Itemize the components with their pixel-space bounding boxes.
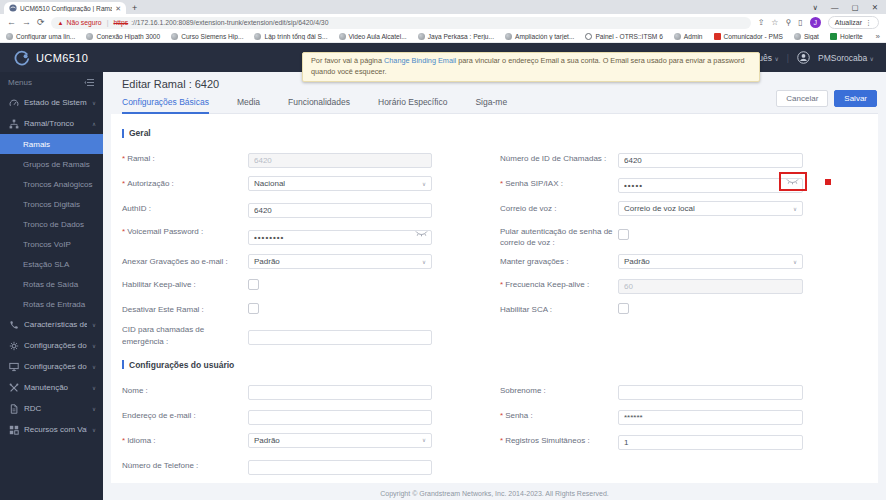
show-password-eye-icon[interactable] (415, 230, 428, 238)
sidebar-item-rdc[interactable]: RDC∨ (0, 398, 103, 419)
cid-emergencia-input[interactable] (248, 330, 432, 345)
bookmarks-overflow-icon[interactable]: » (876, 32, 880, 41)
bookmark-star-icon[interactable]: ☆ (771, 19, 778, 27)
sidebar-item-grupos-de-ramais[interactable]: Grupos de Ramais (0, 154, 103, 174)
field-label-pular-autenticacao: Pular autenticação de senha de correio d… (500, 224, 618, 248)
sidebar-item-rotas-de-entrada[interactable]: Rotas de Entrada (0, 294, 103, 314)
sidebar-item-configuracoes-do-pbx[interactable]: Configurações do P...∨ (0, 335, 103, 356)
sidebar-item-estacao-sla[interactable]: Estação SLA (0, 254, 103, 274)
field-label-numero-id: Número de ID de Chamadas : (500, 153, 618, 164)
sidebar-item-manutencao[interactable]: Manutenção∨ (0, 377, 103, 398)
new-tab-button[interactable]: + (132, 2, 137, 14)
tab-close-icon[interactable]: ✕ (115, 5, 121, 12)
bookmark-item[interactable]: Ampliación y tarjet... (505, 33, 574, 40)
sidebar-item-rotas-de-saida[interactable]: Rotas de Saída (0, 274, 103, 294)
sidebar-item-label: Recursos com Valo... (24, 425, 87, 434)
telefone-input[interactable] (248, 460, 432, 475)
forward-icon[interactable]: → (22, 18, 31, 27)
habilitar-keepalive-checkbox[interactable] (248, 279, 259, 290)
green-doc-icon (830, 33, 837, 40)
required-marker: * (500, 179, 503, 188)
tab-search-icon[interactable]: ∨ (813, 3, 819, 12)
sidebar-item-troncos-analogicos[interactable]: Troncos Analógicos (0, 174, 103, 194)
desativar-ramal-checkbox[interactable] (248, 303, 259, 314)
update-browser-button[interactable]: Atualizar⋮ (828, 16, 879, 29)
email-input[interactable] (248, 410, 432, 425)
extensions-icon[interactable]: ⚲ (786, 19, 792, 27)
correio-de-voz-select[interactable]: Correio de voz local∨ (618, 201, 803, 216)
bookmark-item[interactable]: Comunicador - PMS (714, 33, 783, 40)
cancel-button[interactable]: Cancelar (776, 90, 828, 107)
collapse-menu-icon[interactable] (84, 78, 95, 87)
back-icon[interactable]: ← (7, 18, 16, 27)
red-marker-annotation (825, 179, 831, 185)
sidebar-item-tronco-de-dados[interactable]: Tronco de Dados (0, 214, 103, 234)
anexar-gravacoes-select[interactable]: Padrão∨ (248, 254, 432, 269)
sidebar-item-troncos-voip[interactable]: Troncos VoIP (0, 234, 103, 254)
sidebar-item-configuracoes-do-sistema[interactable]: Configurações do S...∨ (0, 356, 103, 377)
senha-input[interactable] (618, 410, 803, 425)
numero-id-chamadas-input[interactable] (618, 153, 803, 168)
monitor-icon (9, 362, 19, 372)
bookmark-item[interactable]: Sigat (794, 33, 819, 40)
bookmark-item[interactable]: Video Aula Alcatel... (339, 33, 407, 40)
share-icon[interactable]: ⇪ (758, 19, 765, 27)
sidebar-item-ramais[interactable]: Ramais (0, 134, 103, 154)
habilitar-sca-checkbox[interactable] (618, 303, 629, 314)
address-bar[interactable]: ▲ Não seguro | https://172.16.1.200:8089… (51, 17, 751, 29)
bookmark-item[interactable]: Lập trình tổng đài S... (254, 33, 327, 40)
registros-simultaneos-input[interactable] (618, 435, 803, 450)
senha-sip-iax-input[interactable] (618, 178, 803, 193)
sidebar-menus-bar: Menus (0, 72, 103, 92)
bookmark-item[interactable]: Holerite (830, 33, 863, 40)
sidebar-item-recursos-com-valor[interactable]: Recursos com Valo...∨ (0, 419, 103, 440)
bookmark-item[interactable]: Jaya Perkasa : Perju... (418, 33, 494, 40)
section-geral: Geral (122, 128, 867, 138)
change-binding-email-link[interactable]: Change Binding Email (384, 56, 456, 65)
bookmark-item[interactable]: Conexão Hipath 3000 (86, 33, 160, 40)
idioma-select[interactable]: Padrão∨ (248, 433, 432, 448)
sidebar-item-estado-de-sistema[interactable]: Estado de Sistema∨ (0, 92, 103, 113)
nome-input[interactable] (248, 385, 432, 400)
browser-tab-strip: UCM6510 Configuração | Ramais ✕ + ∨ — ▢ … (0, 0, 886, 14)
globe-icon (171, 33, 178, 40)
pular-autenticacao-checkbox[interactable] (618, 229, 629, 240)
show-password-eye-icon[interactable] (786, 178, 799, 186)
chevron-down-icon: ∨ (793, 206, 797, 212)
bookmark-items: Configurar uma lin...Conexão Hipath 3000… (6, 33, 865, 40)
side-panel-icon[interactable]: ▯ (798, 19, 802, 27)
bookmark-label: Conexão Hipath 3000 (96, 33, 160, 40)
tab-horario-especifico[interactable]: Horário Específico (378, 97, 447, 113)
voicemail-password-input[interactable] (248, 230, 432, 245)
tab-siga-me[interactable]: Siga-me (475, 97, 507, 113)
maximize-icon[interactable]: ▢ (852, 3, 859, 12)
save-button[interactable]: Salvar (834, 90, 877, 107)
browser-tab[interactable]: UCM6510 Configuração | Ramais ✕ (4, 2, 126, 14)
authid-input[interactable] (248, 203, 432, 218)
autorizacao-select[interactable]: Nacional∨ (248, 176, 432, 191)
sidebar-item-caracteristicas-de-chamadas[interactable]: Características de C...∨ (0, 314, 103, 335)
sidebar-item-troncos-digitais[interactable]: Troncos Digitais (0, 194, 103, 214)
reload-icon[interactable]: ⟳ (37, 18, 45, 27)
ramal-input (248, 153, 432, 168)
field-label-sca: Habilitar SCA : (500, 304, 618, 315)
tab-media[interactable]: Media (237, 97, 260, 113)
minimize-icon[interactable]: — (831, 3, 839, 12)
url-divider: | (107, 19, 109, 26)
profile-avatar[interactable]: J (810, 17, 821, 28)
field-label-telefone: Número de Telefone : (122, 460, 248, 471)
bookmark-item[interactable]: Painel - OTRS::ITSM 6 (585, 33, 662, 40)
bookmark-item[interactable]: Curso Siemens Hip... (171, 33, 243, 40)
sidebar-item-ramal-tronco[interactable]: Ramal/Tronco∧ (0, 113, 103, 134)
field-label-registros: *Registros Simultâneos : (500, 435, 618, 446)
user-menu[interactable]: PMSorocaba ∨ (818, 53, 874, 63)
bookmark-item[interactable]: Admin (674, 33, 703, 40)
kebab-menu-icon[interactable]: ⋮ (865, 19, 872, 27)
close-icon[interactable]: ✕ (872, 3, 878, 12)
sobrenome-input[interactable] (618, 385, 803, 400)
bookmark-item[interactable]: Configurar uma lin... (6, 33, 75, 40)
required-marker: * (122, 179, 125, 188)
tab-funcionalidades[interactable]: Funcionalidades (288, 97, 350, 113)
tab-configuracoes-basicas[interactable]: Configurações Básicas (122, 97, 209, 114)
manter-gravacoes-select[interactable]: Padrão∨ (618, 254, 803, 269)
